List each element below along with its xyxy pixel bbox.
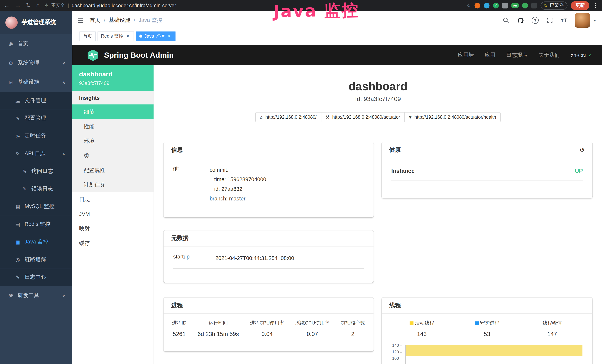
dashboard-icon: ◉ [8, 41, 14, 47]
gear-icon: ⚙ [8, 60, 14, 66]
sidebar-item-log-center[interactable]: ✎ 日志中心 [0, 268, 72, 286]
update-button[interactable]: 更新 [571, 1, 589, 10]
process-id-value: 5261 [172, 331, 186, 337]
health-card: 健康 ↺ Instance UP [382, 142, 592, 198]
sba-item-logs[interactable]: 日志 [72, 192, 153, 207]
health-url-link[interactable]: ♥ http://192.168.0.2:48080/actuator/heal… [404, 112, 501, 122]
close-icon[interactable]: × [125, 33, 130, 39]
browser-home-icon[interactable]: ⌂ [36, 2, 40, 9]
chevron-up-icon: ∧ [63, 151, 65, 156]
instance-links: ⌂ http://192.168.0.2:48080/ ⚒ http://192… [154, 112, 602, 122]
sba-item-metrics[interactable]: 性能 [72, 119, 153, 134]
metadata-value: 2021-04-27T00:44:31.254+08:00 [215, 254, 364, 263]
eye-icon: ◎ [15, 257, 21, 262]
clock-icon: ◷ [15, 133, 21, 139]
sidebar-item-config-mgmt[interactable]: ✎ 配置管理 [0, 109, 72, 127]
sba-nav-about[interactable]: 关于我们 [538, 52, 560, 59]
tab-home[interactable]: 首页 [80, 31, 96, 41]
puzzle-extension-icon[interactable] [531, 2, 537, 8]
sba-item-details[interactable]: 细节 [72, 104, 153, 119]
sidebar-item-redis-monitor[interactable]: ▤ Redis 监控 [0, 215, 72, 233]
sba-item-caches[interactable]: 缓存 [72, 236, 153, 250]
sba-item-scheduled-tasks[interactable]: 计划任务 [72, 177, 153, 192]
paused-badge[interactable]: ☺ 已暂停 [540, 1, 568, 9]
chevron-up-icon: ∧ [63, 80, 65, 84]
font-size-icon[interactable]: тT [561, 17, 568, 23]
sidebar-item-infrastructure[interactable]: ⊞ 基础设施 ∧ [0, 73, 72, 92]
fox-extension-icon[interactable] [474, 2, 480, 8]
breadcrumb-home[interactable]: 首页 [90, 17, 100, 24]
sidebar-item-file-mgmt[interactable]: ☁ 文件管理 [0, 92, 72, 109]
sba-nav-journal[interactable]: 日志报表 [506, 52, 528, 59]
sidebar-item-scheduled-jobs[interactable]: ◷ 定时任务 [0, 127, 72, 145]
browser-menu-icon[interactable]: ⋮ [593, 2, 598, 8]
bookmark-star-icon[interactable]: ☆ [466, 2, 471, 8]
sba-item-jvm[interactable]: JVM [72, 207, 153, 221]
sidebar-item-api-logs[interactable]: ✎ API 日志 ∧ [0, 145, 72, 162]
url-text: dashboard.yudao.iocoder.cn/infra/admin-s… [72, 2, 176, 8]
sba-locale-select[interactable]: zh-CN ∨ [571, 52, 591, 58]
sba-navbar: Spring Boot Admin 应用墙 应用 日志报表 关于我们 zh-CN… [72, 45, 602, 65]
app-title: 芋道管理系统 [22, 19, 56, 26]
user-avatar[interactable] [575, 13, 590, 28]
close-icon[interactable]: × [166, 33, 172, 39]
github-icon[interactable] [517, 17, 524, 24]
top-header: ☰ 首页 / 基础设施 / Java 监控 ? [72, 11, 602, 30]
service-url-link[interactable]: ⌂ http://192.168.0.2:48080/ [255, 112, 321, 122]
sidebar-item-mysql-monitor[interactable]: ▦ MySQL 监控 [0, 198, 72, 215]
edit-icon: ✎ [15, 151, 21, 157]
warning-icon: ⚠ [44, 3, 48, 8]
chevron-down-icon: ∨ [588, 53, 591, 58]
sidebar-item-error-logs[interactable]: ✎ 错误日志 [0, 180, 72, 198]
breadcrumb-infrastructure[interactable]: 基础设施 [109, 17, 130, 24]
sidebar-item-system-mgmt[interactable]: ⚙ 系统管理 ∨ [0, 54, 72, 73]
actuator-url-link[interactable]: ⚒ http://192.168.0.2:48080/actuator [321, 112, 405, 122]
layers-icon: ▤ [15, 221, 21, 227]
app-sidebar: 芋道管理系统 ◉ 首页 ⚙ 系统管理 ∨ ⊞ 基础设施 ∧ ☁ 文件管理 ✎ [0, 11, 72, 364]
y-extension-icon[interactable]: Y [493, 2, 499, 8]
reload-icon[interactable]: ↻ [26, 2, 31, 9]
tab-java-monitor[interactable]: Java 监控 × [136, 31, 175, 41]
sidebar-item-access-logs[interactable]: ✎ 访问日志 [0, 162, 72, 180]
sba-nav-applications[interactable]: 应用 [485, 52, 495, 59]
tab-redis-monitor[interactable]: Redis 监控 × [97, 31, 134, 41]
sba-main-content: dashboard Id: 93a3fc7f7409 ⌂ http://192.… [154, 65, 602, 364]
sidebar-item-java-monitor[interactable]: ▣ Java 监控 [0, 233, 72, 251]
grid-extension-icon[interactable] [502, 2, 508, 8]
address-bar[interactable]: ⚠ 不安全 | dashboard.yudao.iocoder.cn/infra… [44, 2, 462, 9]
sba-group-insights: Insights [72, 91, 153, 104]
instance-name: dashboard [79, 71, 147, 78]
sba-logo-icon [86, 49, 99, 62]
sba-item-config-props[interactable]: 配置属性 [72, 163, 153, 177]
process-cpu-value: 0.04 [250, 331, 284, 337]
sba-nav-wallboard[interactable]: 应用墙 [458, 52, 474, 59]
forward-icon[interactable]: → [15, 2, 21, 9]
breadcrumb-current: Java 监控 [139, 17, 162, 24]
browser-chrome: ← → ↻ ⌂ ⚠ 不安全 | dashboard.yudao.iocoder.… [0, 0, 602, 11]
leaf-extension-icon[interactable] [522, 2, 528, 8]
help-icon[interactable]: ? [532, 17, 538, 24]
info-card: 信息 git commit: time: 1596289704000 id: 2… [163, 142, 374, 217]
sba-brand[interactable]: Spring Boot Admin [86, 49, 174, 62]
fullscreen-icon[interactable] [546, 17, 553, 24]
on-badge[interactable]: on [511, 3, 519, 8]
search-icon[interactable] [503, 17, 509, 24]
sba-instance-header[interactable]: dashboard 93a3fc7f7409 [72, 65, 153, 91]
sidebar-item-dev-tools[interactable]: ⚒ 研发工具 ∨ [0, 286, 72, 305]
wrench-icon: ⚒ [325, 114, 329, 120]
metadata-card: 元数据 startup 2021-04-27T00:44:31.254+08:0… [163, 230, 374, 283]
sba-item-mappings[interactable]: 映射 [72, 221, 153, 236]
threads-chart: 140 120 100 [389, 343, 585, 364]
sidebar-item-tracing[interactable]: ◎ 链路追踪 [0, 251, 72, 268]
edit-icon: ✎ [15, 115, 21, 121]
edit-icon: ✎ [15, 274, 21, 280]
security-label: 不安全 [51, 2, 65, 9]
history-icon[interactable]: ↺ [580, 146, 585, 153]
sba-item-classes[interactable]: 类 [72, 148, 153, 163]
app-logo[interactable]: 芋道管理系统 [0, 11, 72, 34]
drop-extension-icon[interactable] [484, 2, 489, 8]
sidebar-item-home[interactable]: ◉ 首页 [0, 34, 72, 54]
sba-item-environment[interactable]: 环境 [72, 134, 153, 148]
back-icon[interactable]: ← [4, 2, 10, 9]
collapse-sidebar-icon[interactable]: ☰ [77, 16, 83, 24]
